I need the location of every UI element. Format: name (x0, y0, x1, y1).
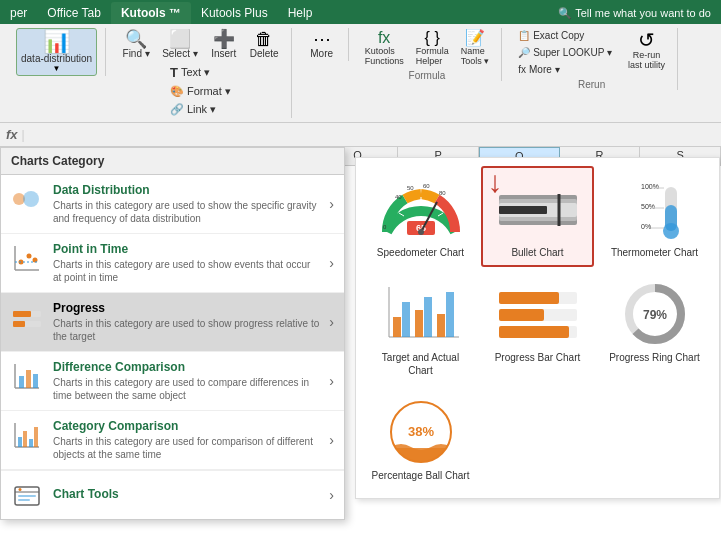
more-button[interactable]: ⋯ More (304, 28, 340, 61)
svg-rect-56 (393, 317, 401, 337)
chart-item-progress-ring[interactable]: 79% Progress Ring Chart (598, 271, 711, 385)
progress-desc: Charts in this category are used to show… (53, 317, 319, 343)
formula-separator: | (22, 128, 25, 142)
rerun-group: 📋 Exact Copy 🔎 Super LOOKUP ▾ fx More ▾ … (506, 28, 678, 90)
chart-item-progress-bar[interactable]: Progress Bar Chart (481, 271, 594, 385)
svg-rect-65 (499, 309, 544, 321)
svg-rect-27 (18, 499, 30, 501)
delete-icon: 🗑 (255, 30, 273, 48)
svg-rect-9 (13, 311, 31, 317)
point-in-time-arrow: › (329, 255, 334, 271)
comparison-icon (11, 419, 43, 451)
percentage-ball-name: Percentage Ball Chart (372, 469, 470, 482)
chart-item-speedometer[interactable]: 0 40 50 60 80 65 Speedometer Chart (364, 166, 477, 267)
bullet-thumb (493, 174, 583, 244)
comparison-text: Category Comparison Charts in this categ… (53, 419, 319, 461)
tab-kutools-plus[interactable]: Kutools Plus (191, 2, 278, 24)
formula-input[interactable] (29, 128, 715, 142)
point-in-time-desc: Charts in this category are used to show… (53, 258, 319, 284)
tab-help[interactable]: Help (278, 2, 323, 24)
data-distribution-name: Data Distribution (53, 183, 319, 197)
difference-name: Difference Comparison (53, 360, 319, 374)
tell-me-input[interactable]: 🔍 Tell me what you want to do (548, 3, 721, 24)
category-difference[interactable]: Difference Comparison Charts in this cat… (1, 352, 344, 411)
tab-office[interactable]: Office Tab (37, 2, 111, 24)
svg-rect-61 (446, 292, 454, 337)
progress-name: Progress (53, 301, 319, 315)
formula-helper-button[interactable]: { } FormulaHelper (412, 28, 453, 68)
text-button[interactable]: T Text ▾ (166, 63, 235, 82)
category-point-in-time[interactable]: Point in Time Charts in this category ar… (1, 234, 344, 293)
svg-rect-57 (402, 302, 410, 337)
category-data-distribution[interactable]: Data Distribution Charts in this categor… (1, 175, 344, 234)
link-icon: 🔗 (170, 103, 184, 116)
select-button[interactable]: ⬜ Select ▾ (158, 28, 202, 61)
insert-button[interactable]: ➕ Insert (206, 28, 242, 61)
svg-rect-11 (13, 321, 25, 327)
formula-label: Formula (409, 70, 446, 81)
charts-button[interactable]: 📊 data-distribution ▼ (16, 28, 97, 76)
point-in-time-icon (11, 242, 43, 274)
charts-icon: 📊 (43, 31, 70, 53)
svg-text:50%: 50% (641, 203, 655, 210)
thermometer-name: Thermometer Chart (611, 246, 698, 259)
point-in-time-name: Point in Time (53, 242, 319, 256)
super-lookup-icon: 🔎 (518, 47, 530, 58)
chart-item-thermometer[interactable]: 100% 50% 0% Thermometer Chart (598, 166, 711, 267)
exact-copy-button[interactable]: 📋 Exact Copy (514, 28, 616, 43)
tab-per[interactable]: per (0, 2, 37, 24)
svg-rect-21 (29, 439, 33, 447)
chart-item-percentage-ball[interactable]: 38% Percentage Ball Chart (364, 389, 477, 490)
tab-kutools[interactable]: Kutools ™ (111, 2, 191, 24)
delete-button[interactable]: 🗑 Delete (246, 28, 283, 61)
select-icon: ⬜ (169, 30, 191, 48)
svg-point-39 (418, 229, 424, 235)
svg-text:50: 50 (407, 185, 414, 191)
dropdown-panel: Charts Category Data Distribution Charts… (0, 147, 345, 520)
fx-label: fx (6, 127, 18, 142)
chart-tools-arrow: › (329, 487, 334, 503)
target-actual-thumb (376, 279, 466, 349)
chart-tools-item[interactable]: Chart Tools › (1, 470, 344, 519)
data-distribution-icon (11, 183, 43, 215)
find-button[interactable]: 🔍 Find ▾ (118, 28, 154, 61)
progress-arrow: › (329, 314, 334, 330)
format-button[interactable]: 🎨 Format ▾ (166, 83, 235, 100)
super-lookup-button[interactable]: 🔎 Super LOOKUP ▾ (514, 45, 616, 60)
svg-rect-63 (499, 292, 559, 304)
svg-text:60: 60 (423, 183, 430, 189)
charts-group: 📊 data-distribution ▼ (8, 28, 106, 76)
category-comparison[interactable]: Category Comparison Charts in this categ… (1, 411, 344, 470)
data-distribution-desc: Charts in this category are used to show… (53, 199, 319, 225)
progress-ring-thumb: 79% (610, 279, 700, 349)
category-progress[interactable]: Progress Charts in this category are use… (1, 293, 344, 352)
chart-item-target-actual[interactable]: Target and Actual Chart (364, 271, 477, 385)
name-tools-icon: 📝 (465, 30, 485, 46)
svg-rect-26 (18, 495, 36, 497)
percentage-ball-thumb: 38% (376, 397, 466, 467)
difference-text: Difference Comparison Charts in this cat… (53, 360, 319, 402)
svg-rect-20 (23, 431, 27, 447)
link-button[interactable]: 🔗 Link ▾ (166, 101, 235, 118)
chart-panel: 0 40 50 60 80 65 Speedometer Chart (355, 157, 720, 499)
rerun-button[interactable]: ↺ Re-runlast utility (624, 28, 669, 72)
progress-bar-name: Progress Bar Chart (495, 351, 581, 364)
kutools-functions-button[interactable]: fx KutoolsFunctions (361, 28, 408, 68)
svg-point-1 (23, 191, 39, 207)
svg-text:0%: 0% (641, 223, 651, 230)
more-formula-button[interactable]: fx More ▾ (514, 62, 616, 77)
progress-ring-name: Progress Ring Chart (609, 351, 700, 364)
svg-rect-60 (437, 314, 445, 337)
dropdown-title: Charts Category (11, 154, 104, 168)
rerun-icon: ↺ (638, 30, 655, 50)
comparison-name: Category Comparison (53, 419, 319, 433)
more-group: ⋯ More (296, 28, 349, 61)
svg-point-5 (27, 254, 32, 259)
find-group: 🔍 Find ▾ ⬜ Select ▾ ➕ Insert 🗑 Delete (110, 28, 291, 118)
svg-text:40: 40 (395, 194, 402, 200)
name-tools-button[interactable]: 📝 NameTools ▾ (457, 28, 494, 68)
difference-desc: Charts in this category are used to comp… (53, 376, 319, 402)
find-icon: 🔍 (125, 30, 147, 48)
svg-rect-14 (19, 376, 24, 388)
data-distribution-text: Data Distribution Charts in this categor… (53, 183, 319, 225)
